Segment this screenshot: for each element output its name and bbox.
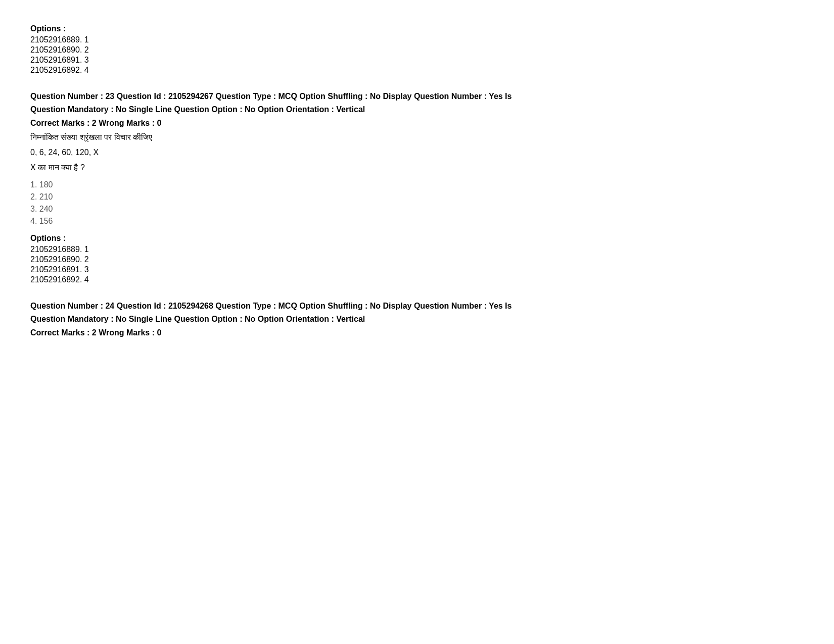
top-option-4-id: 21052916892. 4	[30, 66, 89, 74]
question-23-meta: Question Number : 23 Question Id : 21052…	[30, 90, 804, 116]
question-24-marks: Correct Marks : 2 Wrong Marks : 0	[30, 328, 804, 337]
question-24-meta-line1: Question Number : 24 Question Id : 21052…	[30, 302, 512, 310]
question-23-sub: X का मान क्या है ?	[30, 163, 804, 172]
q23-option-2: 21052916890. 2	[30, 255, 804, 264]
q23-option-4: 21052916892. 4	[30, 275, 804, 284]
question-24-block: Question Number : 24 Question Id : 21052…	[30, 300, 804, 337]
question-23-meta-line1: Question Number : 23 Question Id : 21052…	[30, 92, 512, 101]
answer-option-2: 2. 210	[30, 192, 804, 202]
question-24-meta: Question Number : 24 Question Id : 21052…	[30, 300, 804, 325]
question-24-meta-line2: Question Mandatory : No Single Line Ques…	[30, 315, 365, 323]
top-option-1-id: 21052916889. 1	[30, 35, 89, 44]
top-option-3-id: 21052916891. 3	[30, 56, 89, 64]
top-options-label: Options :	[30, 24, 804, 33]
top-option-4: 21052916892. 4	[30, 66, 804, 75]
top-options-section: Options : 21052916889. 1 21052916890. 2 …	[30, 24, 804, 75]
question-23-meta-line2: Question Mandatory : No Single Line Ques…	[30, 105, 365, 114]
question-23-hindi-text: निम्नांकित संख्या श्रृंखला पर विचार कीजि…	[30, 133, 804, 142]
question-23-sequence: 0, 6, 24, 60, 120, X	[30, 148, 804, 157]
top-option-3: 21052916891. 3	[30, 56, 804, 65]
answer-option-3: 3. 240	[30, 205, 804, 214]
top-option-2-id: 21052916890. 2	[30, 45, 89, 54]
question-23-answer-options: 1. 180 2. 210 3. 240 4. 156	[30, 180, 804, 226]
q23-option-1: 21052916889. 1	[30, 245, 804, 254]
question-23-block: Question Number : 23 Question Id : 21052…	[30, 90, 804, 284]
question-23-options-label: Options :	[30, 234, 804, 243]
q23-option-3: 21052916891. 3	[30, 265, 804, 274]
top-option-2: 21052916890. 2	[30, 45, 804, 55]
answer-option-1: 1. 180	[30, 180, 804, 189]
question-23-marks: Correct Marks : 2 Wrong Marks : 0	[30, 119, 804, 128]
question-23-options-section: Options : 21052916889. 1 21052916890. 2 …	[30, 234, 804, 284]
top-option-1: 21052916889. 1	[30, 35, 804, 44]
answer-option-4: 4. 156	[30, 217, 804, 226]
